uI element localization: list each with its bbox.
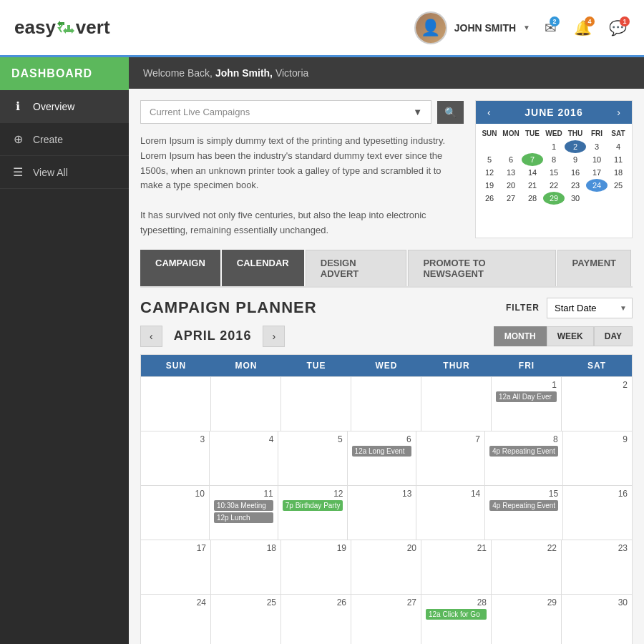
tab-design-advert[interactable]: DESIGN ADVERT bbox=[306, 250, 407, 286]
mini-cal-cell-13[interactable]: 13 bbox=[500, 166, 522, 179]
event-lunch[interactable]: 12p Lunch bbox=[214, 512, 273, 523]
tab-calendar[interactable]: CALENDAR bbox=[222, 250, 304, 286]
user-info[interactable]: 👤 JOHN SMITH ▼ bbox=[414, 11, 530, 44]
mini-cal-cell-9[interactable]: 9 bbox=[565, 153, 586, 166]
mini-cal-cell-1[interactable]: 1 bbox=[543, 140, 565, 153]
big-cal-cell-apr3[interactable]: 3 bbox=[141, 431, 210, 485]
mini-cal-cell-25[interactable]: 25 bbox=[608, 179, 629, 192]
event-all-day-ever[interactable]: 12a All Day Ever bbox=[496, 391, 557, 402]
mini-cal-cell-26[interactable]: 26 bbox=[479, 192, 500, 205]
mini-cal-cell[interactable] bbox=[522, 140, 543, 153]
big-cal-cell-apr5[interactable]: 5 bbox=[278, 431, 347, 485]
mini-cal-cell[interactable] bbox=[500, 140, 522, 153]
mini-cal-cell-10[interactable]: 10 bbox=[586, 153, 608, 166]
big-cal-cell-apr12[interactable]: 12 7p Birthday Party bbox=[278, 486, 348, 540]
mini-cal-cell-16[interactable]: 16 bbox=[565, 166, 586, 179]
big-cal-cell-apr23[interactable]: 23 bbox=[562, 540, 632, 594]
big-cal-cell-apr10[interactable]: 10 bbox=[141, 486, 210, 540]
event-long-event[interactable]: 12a Long Event bbox=[352, 446, 411, 457]
sidebar-item-overview[interactable]: ℹ Overview bbox=[0, 90, 129, 123]
big-cal-next-button[interactable]: › bbox=[263, 326, 285, 347]
mini-cal-cell-17[interactable]: 17 bbox=[586, 166, 608, 179]
big-cal-cell-apr18[interactable]: 18 bbox=[211, 540, 281, 594]
big-cal-cell-w1d2[interactable] bbox=[211, 377, 281, 431]
big-cal-col-tue: TUE bbox=[281, 355, 351, 376]
mini-cal-cell-8[interactable]: 8 bbox=[543, 153, 565, 166]
mini-cal-cell-18[interactable]: 18 bbox=[608, 166, 629, 179]
mini-cal-cell-12[interactable]: 12 bbox=[479, 166, 500, 179]
mini-cal-cell-6[interactable]: 6 bbox=[500, 153, 522, 166]
view-day-button[interactable]: DAY bbox=[594, 326, 633, 346]
mini-cal-next-button[interactable]: › bbox=[613, 107, 625, 118]
sidebar-item-viewall[interactable]: ☰ View All bbox=[0, 156, 129, 189]
chat-notification-button[interactable]: 💬 1 bbox=[606, 16, 630, 39]
mini-cal-cell-7[interactable]: 7 bbox=[522, 153, 543, 166]
big-cal-cell-apr7[interactable]: 7 bbox=[416, 431, 485, 485]
mini-cal-cell-23[interactable]: 23 bbox=[565, 179, 586, 192]
big-cal-cell-apr20[interactable]: 20 bbox=[351, 540, 421, 594]
big-cal-cell-apr28[interactable]: 28 12a Click for Go bbox=[421, 595, 492, 644]
big-cal-cell-w1d4[interactable] bbox=[351, 377, 421, 431]
mini-cal-cell-27[interactable]: 27 bbox=[500, 192, 522, 205]
big-cal-cell-apr25[interactable]: 25 bbox=[211, 595, 281, 644]
tab-promote[interactable]: PROMOTE TO NEWSAGENT bbox=[408, 250, 555, 286]
big-cal-cell-apr19[interactable]: 19 bbox=[281, 540, 351, 594]
tab-payment[interactable]: PAYMENT bbox=[557, 250, 631, 286]
big-cal-cell-apr4[interactable]: 4 bbox=[210, 431, 278, 485]
mini-cal-cell-28[interactable]: 28 bbox=[522, 192, 543, 205]
mini-cal-cell-21[interactable]: 21 bbox=[522, 179, 543, 192]
campaign-search-button[interactable]: 🔍 bbox=[437, 101, 464, 124]
mini-cal-cell-14[interactable]: 14 bbox=[522, 166, 543, 179]
campaign-select-dropdown[interactable]: Current Live Campaigns ▼ bbox=[140, 100, 431, 124]
bell-notification-button[interactable]: 🔔 4 bbox=[571, 16, 595, 39]
mini-cal-cell-29[interactable]: 29 bbox=[543, 192, 565, 205]
view-month-button[interactable]: MONTH bbox=[494, 326, 547, 346]
big-cal-cell-apr8[interactable]: 8 4p Repeating Event bbox=[485, 431, 563, 485]
view-week-button[interactable]: WEEK bbox=[547, 326, 594, 346]
big-cal-cell-apr27[interactable]: 27 bbox=[351, 595, 421, 644]
big-cal-cell-w1d5[interactable] bbox=[421, 377, 492, 431]
big-cal-cell-apr17[interactable]: 17 bbox=[141, 540, 211, 594]
mini-cal-cell[interactable] bbox=[479, 140, 500, 153]
big-cal-cell-apr30[interactable]: 30 bbox=[562, 595, 632, 644]
mini-cal-cell-22[interactable]: 22 bbox=[543, 179, 565, 192]
mail-notification-button[interactable]: ✉ 2 bbox=[542, 16, 560, 39]
big-cal-cell-apr22[interactable]: 22 bbox=[492, 540, 562, 594]
big-cal-cell-apr29[interactable]: 29 bbox=[492, 595, 562, 644]
big-cal-cell-apr26[interactable]: 26 bbox=[281, 595, 351, 644]
big-cal-prev-button[interactable]: ‹ bbox=[140, 326, 162, 347]
mini-cal-cell-4[interactable]: 4 bbox=[608, 140, 629, 153]
mini-cal-cell-19[interactable]: 19 bbox=[479, 179, 500, 192]
mini-cal-cell-3[interactable]: 3 bbox=[586, 140, 608, 153]
mini-cal-cell-11[interactable]: 11 bbox=[608, 153, 629, 166]
big-cal-cell-w1d3[interactable] bbox=[281, 377, 351, 431]
mini-cal-cell-30[interactable]: 30 bbox=[565, 192, 586, 205]
event-repeating-1[interactable]: 4p Repeating Event bbox=[489, 446, 558, 457]
mini-cal-prev-button[interactable]: ‹ bbox=[483, 107, 495, 118]
big-cal-cell-apr13[interactable]: 13 bbox=[348, 486, 416, 540]
big-cal-cell-apr24[interactable]: 24 bbox=[141, 595, 211, 644]
big-cal-cell-apr1[interactable]: 1 12a All Day Ever bbox=[492, 377, 562, 431]
mini-cal-cell-5[interactable]: 5 bbox=[479, 153, 500, 166]
big-cal-cell-apr16[interactable]: 16 bbox=[563, 486, 632, 540]
big-cal-cell-apr15[interactable]: 15 4p Repeating Event bbox=[485, 486, 563, 540]
mini-cal-cell-15[interactable]: 15 bbox=[543, 166, 565, 179]
filter-select[interactable]: Start Date bbox=[547, 298, 633, 318]
mini-cal-cell-20[interactable]: 20 bbox=[500, 179, 522, 192]
mini-cal-cell-24[interactable]: 24 bbox=[586, 179, 608, 192]
event-meeting[interactable]: 10:30a Meeting bbox=[214, 500, 273, 511]
big-cal-cell-apr9[interactable]: 9 bbox=[563, 431, 632, 485]
big-cal-cell-apr11[interactable]: 11 10:30a Meeting 12p Lunch bbox=[210, 486, 278, 540]
big-cal-cell-w1d1[interactable] bbox=[141, 377, 211, 431]
big-cal-cell-apr21[interactable]: 21 bbox=[421, 540, 492, 594]
tab-campaign[interactable]: CAMPAIGN bbox=[140, 250, 220, 286]
event-birthday[interactable]: 7p Birthday Party bbox=[283, 500, 343, 511]
big-cal-cell-apr6[interactable]: 6 12a Long Event bbox=[348, 431, 416, 485]
big-cal-nav-center: ‹ APRIL 2016 › bbox=[140, 326, 285, 347]
big-cal-cell-apr2[interactable]: 2 bbox=[562, 377, 632, 431]
mini-cal-cell-2[interactable]: 2 bbox=[565, 140, 586, 153]
event-repeating-2[interactable]: 4p Repeating Event bbox=[489, 500, 558, 511]
big-cal-cell-apr14[interactable]: 14 bbox=[416, 486, 485, 540]
event-click-for-go[interactable]: 12a Click for Go bbox=[426, 609, 487, 620]
sidebar-item-create[interactable]: ⊕ Create bbox=[0, 123, 129, 156]
